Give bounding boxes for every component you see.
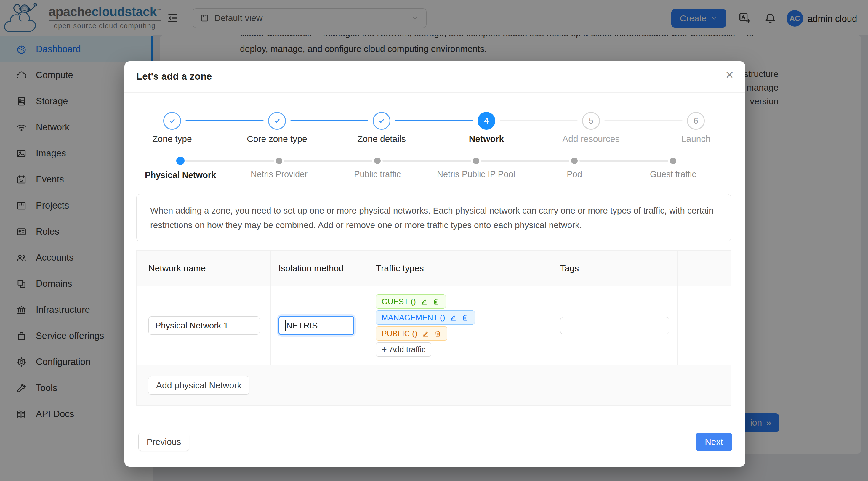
substep-label: Netris Provider	[251, 169, 308, 179]
next-button[interactable]: Next	[695, 433, 732, 451]
step-network: 4 Network	[434, 112, 539, 144]
check-icon	[377, 116, 386, 126]
column-tags: Tags	[547, 251, 678, 286]
step-zone-details: Zone details	[329, 112, 434, 144]
step-label: Network	[469, 134, 504, 144]
traffic-tags-stack: GUEST () MANAGEMENT () PUBLIC ()	[376, 294, 475, 357]
traffic-tag-guest: GUEST ()	[376, 294, 446, 309]
traffic-tag-management: MANAGEMENT ()	[376, 311, 475, 325]
network-name-cell	[136, 286, 271, 365]
add-physical-network-button[interactable]: Add physical Network	[148, 376, 249, 394]
substep-dot	[176, 157, 185, 165]
substep-label: Public traffic	[354, 169, 401, 179]
modal-title: Let's add a zone	[136, 71, 212, 82]
substep-physical-network: Physical Network	[128, 157, 233, 180]
step-check-circle	[163, 112, 181, 130]
add-traffic-label: Add traffic	[390, 345, 426, 354]
step-label: Launch	[681, 134, 710, 144]
substep-dot	[473, 158, 479, 164]
cloudstack-app: cloud. CloudStack™ manages the Network, …	[0, 0, 868, 481]
check-icon	[167, 116, 177, 126]
plus-icon: +	[381, 345, 387, 354]
substep-dot	[276, 158, 282, 164]
substep-label: Physical Network	[145, 170, 216, 180]
edit-icon[interactable]	[420, 298, 428, 306]
substep-guest-traffic: Guest traffic	[621, 157, 725, 179]
row-actions-cell	[678, 286, 731, 365]
step-number-circle: 6	[687, 112, 705, 130]
step-check-circle	[268, 112, 286, 130]
text-cursor	[285, 320, 286, 331]
column-traffic-types: Traffic types	[362, 251, 547, 286]
table-header-row: Network name Isolation method Traffic ty…	[136, 251, 731, 286]
step-add-resources: 5 Add resources	[538, 112, 644, 144]
table-footer-row: Add physical Network	[136, 365, 731, 406]
isolation-method-input[interactable]: NETRIS	[278, 316, 354, 335]
substep-public-traffic: Public traffic	[325, 157, 430, 179]
add-traffic-button[interactable]: + Add traffic	[376, 342, 431, 357]
step-label: Zone type	[152, 134, 192, 144]
trash-icon[interactable]	[461, 314, 469, 322]
substep-pod: Pod	[522, 157, 627, 179]
step-number-circle: 4	[477, 112, 495, 130]
close-icon[interactable]: ×	[725, 68, 734, 82]
check-icon	[272, 116, 282, 126]
column-isolation-method: Isolation method	[271, 251, 362, 286]
previous-button[interactable]: Previous	[138, 433, 189, 451]
step-label: Add resources	[562, 134, 619, 144]
substep-label: Pod	[567, 169, 582, 179]
modal-header: Let's add a zone ×	[124, 61, 745, 93]
tags-cell	[547, 286, 678, 365]
step-number-circle: 5	[582, 112, 600, 130]
traffic-tag-label: PUBLIC ()	[381, 329, 417, 338]
column-network-name: Network name	[136, 251, 271, 286]
isolation-method-cell: NETRIS	[271, 286, 362, 365]
traffic-types-cell: GUEST () MANAGEMENT () PUBLIC ()	[362, 286, 547, 365]
substep-label: Guest traffic	[650, 169, 696, 179]
step-zone-type: Zone type	[120, 112, 224, 144]
substep-netris-provider: Netris Provider	[227, 157, 332, 179]
info-text: When adding a zone, you need to set up o…	[150, 203, 717, 232]
add-zone-modal: Let's add a zone × Zone type Core zone t…	[124, 61, 745, 467]
traffic-tag-public: PUBLIC ()	[376, 326, 447, 341]
trash-icon[interactable]	[434, 330, 442, 338]
physical-network-info: When adding a zone, you need to set up o…	[136, 194, 731, 242]
table-row: NETRIS GUEST () MANAGEMENT ()	[136, 286, 731, 365]
substep-dot	[374, 158, 381, 164]
substep-label: Netris Public IP Pool	[437, 169, 515, 179]
traffic-tag-label: GUEST ()	[381, 297, 416, 306]
substep-netris-public-ip-pool: Netris Public IP Pool	[424, 157, 528, 179]
trash-icon[interactable]	[432, 298, 440, 306]
network-name-input[interactable]	[148, 316, 260, 335]
step-launch: 6 Launch	[644, 112, 748, 144]
traffic-tag-label: MANAGEMENT ()	[381, 313, 445, 322]
step-label: Zone details	[357, 134, 406, 144]
edit-icon[interactable]	[422, 330, 430, 338]
physical-networks-table: Network name Isolation method Traffic ty…	[136, 250, 731, 406]
step-core-zone-type: Core zone type	[224, 112, 330, 144]
step-label: Core zone type	[247, 134, 307, 144]
substep-dot	[670, 158, 676, 164]
tags-input[interactable]	[560, 317, 669, 334]
substep-dot	[571, 158, 578, 164]
isolation-method-value: NETRIS	[286, 321, 317, 330]
column-actions	[678, 251, 731, 286]
step-check-circle	[373, 112, 391, 130]
edit-icon[interactable]	[449, 314, 457, 322]
